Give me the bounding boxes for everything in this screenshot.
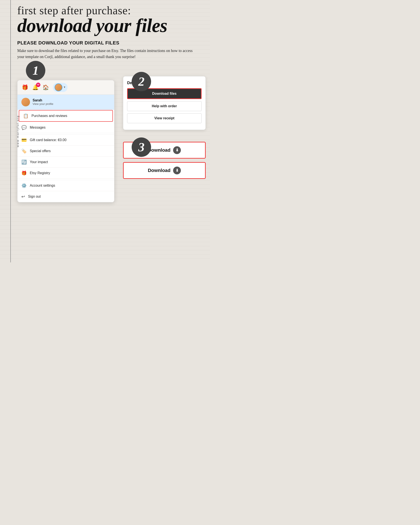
purchases-icon: 📋 — [23, 113, 29, 118]
help-with-order-button[interactable]: Help with order — [127, 101, 201, 111]
menu-item-your-impact[interactable]: 🔄 Your impact — [18, 157, 114, 168]
etsy-mockup: 🎁 🔔 50 🏠 ▼ — [17, 80, 115, 202]
step1-number-circle: 1 — [26, 61, 45, 80]
menu-label-special-offers: Special offers — [30, 149, 51, 153]
messages-icon: 💬 — [21, 125, 27, 130]
download-label-2: Download — [148, 168, 171, 173]
profile-info: Sarah View your profile — [33, 98, 53, 105]
settings-icon: ⚙️ — [21, 183, 27, 188]
side-watermark-text: www.marryful.org — [16, 115, 19, 147]
bell-wrapper: 🔔 50 — [32, 84, 39, 90]
menu-label-signout: Sign out — [28, 195, 41, 198]
menu-label-registry: Etsy Registry — [30, 171, 50, 175]
download-icon-1: ⬇ — [173, 146, 181, 154]
profile-avatar — [21, 98, 30, 106]
menu-item-signout[interactable]: ↩ Sign out — [18, 191, 114, 202]
special-offers-icon: 🏷️ — [21, 149, 27, 154]
download-button-2[interactable]: Download ⬇ — [123, 162, 206, 179]
menu-item-purchases[interactable]: 📋 Purchases and reviews — [19, 110, 113, 122]
menu-item-registry[interactable]: 🎁 Etsy Registry — [18, 168, 114, 179]
menu-item-messages[interactable]: 💬 Messages — [18, 122, 114, 133]
steps-row: 1 🎁 🔔 50 🏠 ▼ — [17, 64, 206, 202]
menu-item-account[interactable]: ⚙️ Account settings — [18, 180, 114, 191]
step3-number-circle: 3 — [132, 137, 151, 157]
header-section: first step after purchase: download your… — [17, 2, 206, 36]
desc-heading: PLEASE DOWNLOAD YOUR DIGITAL FILES — [17, 40, 194, 46]
step1-column: 1 🎁 🔔 50 🏠 ▼ — [17, 64, 115, 202]
impact-icon: 🔄 — [21, 159, 27, 165]
desc-body: Make sure to download the files related … — [17, 48, 194, 60]
notification-badge: 50 — [36, 83, 40, 87]
cursive-header: first step after purchase: — [17, 4, 206, 17]
bold-header: download your files — [17, 17, 206, 35]
step3-wrapper: 3 Download ⬇ Download ⬇ — [123, 142, 206, 179]
avatar-wrapper[interactable]: ▼ — [53, 83, 67, 92]
step2-wrapper: 2 Delivered Download files Help with ord… — [123, 76, 206, 130]
menu-label-purchases: Purchases and reviews — [31, 114, 67, 118]
profile-row[interactable]: Sarah View your profile — [18, 95, 114, 110]
right-column: 2 Delivered Download files Help with ord… — [123, 64, 206, 179]
etsy-topbar: 🎁 🔔 50 🏠 ▼ — [18, 80, 114, 95]
download-label-1: Download — [148, 147, 171, 153]
profile-name: Sarah — [33, 98, 53, 102]
avatar-chevron-icon: ▼ — [63, 86, 66, 89]
step2-number-circle: 2 — [132, 72, 151, 91]
download-icon-2: ⬇ — [173, 167, 181, 174]
signout-icon: ↩ — [21, 194, 25, 199]
gift-card-icon: 💳 — [21, 137, 27, 143]
menu-item-special-offers[interactable]: 🏷️ Special offers — [18, 146, 114, 157]
etsy-dropdown-menu: Sarah View your profile 📋 Purchases and … — [18, 95, 114, 202]
menu-label-messages: Messages — [30, 126, 46, 130]
profile-sub-text: View your profile — [33, 102, 53, 105]
user-avatar — [55, 84, 62, 91]
page-wrapper: www.marryful.org first step after purcha… — [0, 0, 210, 262]
store-icon: 🏠 — [43, 84, 49, 90]
menu-label-your-impact: Your impact — [30, 160, 48, 164]
registry-icon: 🎁 — [21, 170, 27, 176]
menu-label-account: Account settings — [30, 184, 55, 188]
left-border-line — [10, 0, 11, 262]
gift-icon: 🎁 — [22, 84, 28, 90]
main-content: first step after purchase: download your… — [13, 2, 206, 202]
menu-item-gift-card[interactable]: 💳 Gift card balance: €0.00 — [18, 134, 114, 146]
description-section: PLEASE DOWNLOAD YOUR DIGITAL FILES Make … — [17, 40, 194, 60]
view-receipt-button[interactable]: View receipt — [127, 113, 201, 123]
menu-label-gift-card: Gift card balance: €0.00 — [30, 138, 67, 142]
